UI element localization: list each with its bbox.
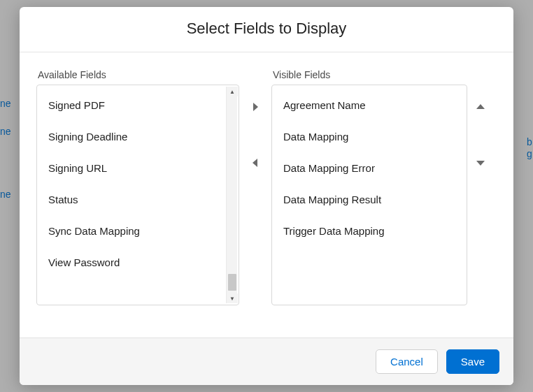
caret-right-icon bbox=[252, 102, 259, 112]
visible-fields-listbox[interactable]: Agreement NameData MappingData Mapping E… bbox=[271, 85, 467, 305]
list-item[interactable]: Signing URL bbox=[37, 152, 239, 184]
select-fields-dialog: Select Fields to Display Available Field… bbox=[20, 7, 513, 385]
available-fields-listbox[interactable]: Signed PDFSigning DeadlineSigning URLSta… bbox=[36, 85, 239, 305]
list-item[interactable]: Signed PDF bbox=[37, 89, 239, 121]
available-fields-column: Available Fields Signed PDFSigning Deadl… bbox=[36, 69, 239, 331]
dialog-title: Select Fields to Display bbox=[187, 20, 347, 37]
list-item[interactable]: View Password bbox=[37, 247, 239, 278]
move-up-button[interactable] bbox=[472, 99, 489, 115]
svg-marker-1 bbox=[253, 159, 257, 167]
available-fields-label: Available Fields bbox=[36, 69, 239, 80]
cancel-button[interactable]: Cancel bbox=[376, 349, 438, 374]
scroll-thumb[interactable] bbox=[228, 274, 236, 291]
move-right-button[interactable] bbox=[247, 99, 264, 115]
available-scrollbar[interactable]: ▲ ▼ bbox=[226, 87, 237, 303]
move-left-button[interactable] bbox=[247, 154, 264, 171]
visible-fields-column: Visible Fields Agreement NameData Mappin… bbox=[271, 69, 467, 331]
visible-fields-label: Visible Fields bbox=[271, 69, 467, 80]
list-item[interactable]: Data Mapping Error bbox=[272, 152, 467, 184]
svg-marker-2 bbox=[476, 104, 485, 109]
list-item[interactable]: Trigger Data Mapping bbox=[272, 215, 467, 247]
svg-marker-0 bbox=[253, 103, 258, 111]
save-button[interactable]: Save bbox=[446, 349, 499, 374]
scroll-down-icon[interactable]: ▼ bbox=[227, 293, 238, 303]
dialog-footer: Cancel Save bbox=[20, 337, 513, 385]
caret-left-icon bbox=[252, 158, 259, 168]
dialog-body: Available Fields Signed PDFSigning Deadl… bbox=[20, 52, 513, 337]
list-item[interactable]: Sync Data Mapping bbox=[37, 215, 239, 247]
list-item[interactable]: Status bbox=[37, 184, 239, 215]
svg-marker-3 bbox=[476, 161, 485, 166]
transfer-buttons bbox=[239, 69, 271, 331]
reorder-buttons bbox=[467, 69, 494, 331]
scroll-up-icon[interactable]: ▲ bbox=[227, 87, 238, 96]
caret-down-icon bbox=[476, 159, 485, 166]
caret-up-icon bbox=[476, 103, 485, 110]
dialog-header: Select Fields to Display bbox=[20, 7, 513, 52]
list-item[interactable]: Signing Deadline bbox=[37, 121, 239, 152]
list-item[interactable]: Agreement Name bbox=[272, 89, 467, 121]
list-item[interactable]: Data Mapping Result bbox=[272, 184, 467, 215]
list-item[interactable]: Data Mapping bbox=[272, 121, 467, 152]
move-down-button[interactable] bbox=[472, 154, 489, 171]
